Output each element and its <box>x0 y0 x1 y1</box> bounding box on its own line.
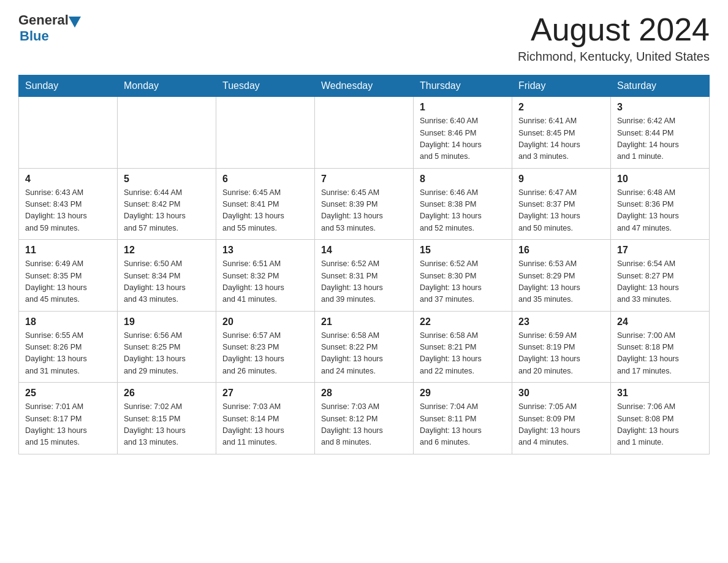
calendar-cell <box>118 97 216 169</box>
day-number: 23 <box>518 316 604 327</box>
day-number: 12 <box>124 245 210 256</box>
day-number: 3 <box>617 102 703 113</box>
day-info: Sunrise: 7:00 AMSunset: 8:18 PMDaylight:… <box>617 330 703 378</box>
calendar-week-row: 4Sunrise: 6:43 AMSunset: 8:43 PMDaylight… <box>19 168 710 240</box>
calendar-cell: 30Sunrise: 7:05 AMSunset: 8:09 PMDayligh… <box>512 383 611 454</box>
day-number: 30 <box>518 388 604 399</box>
day-info: Sunrise: 6:44 AMSunset: 8:42 PMDaylight:… <box>124 187 210 235</box>
day-info: Sunrise: 6:48 AMSunset: 8:36 PMDaylight:… <box>617 187 703 235</box>
month-title: August 2024 <box>518 12 710 47</box>
calendar-header-monday: Monday <box>118 75 216 97</box>
location-subtitle: Richmond, Kentucky, United States <box>518 50 710 64</box>
day-number: 31 <box>617 388 703 399</box>
calendar-cell: 15Sunrise: 6:52 AMSunset: 8:30 PMDayligh… <box>414 240 512 312</box>
day-info: Sunrise: 6:52 AMSunset: 8:30 PMDaylight:… <box>420 258 506 306</box>
day-info: Sunrise: 6:45 AMSunset: 8:41 PMDaylight:… <box>222 187 308 235</box>
day-info: Sunrise: 6:47 AMSunset: 8:37 PMDaylight:… <box>518 187 604 235</box>
day-info: Sunrise: 7:02 AMSunset: 8:15 PMDaylight:… <box>124 401 210 449</box>
calendar-cell: 24Sunrise: 7:00 AMSunset: 8:18 PMDayligh… <box>611 311 710 383</box>
day-number: 22 <box>420 316 506 327</box>
day-info: Sunrise: 6:53 AMSunset: 8:29 PMDaylight:… <box>518 258 604 306</box>
svg-marker-0 <box>69 17 81 28</box>
day-info: Sunrise: 6:55 AMSunset: 8:26 PMDaylight:… <box>25 330 111 378</box>
day-info: Sunrise: 7:03 AMSunset: 8:12 PMDaylight:… <box>321 401 407 449</box>
calendar-cell: 8Sunrise: 6:46 AMSunset: 8:38 PMDaylight… <box>414 168 512 240</box>
day-number: 28 <box>321 388 407 399</box>
day-info: Sunrise: 6:42 AMSunset: 8:44 PMDaylight:… <box>617 115 703 163</box>
day-info: Sunrise: 7:03 AMSunset: 8:14 PMDaylight:… <box>222 401 308 449</box>
calendar-cell: 22Sunrise: 6:58 AMSunset: 8:21 PMDayligh… <box>414 311 512 383</box>
logo: General Blue <box>18 12 81 44</box>
calendar-cell: 29Sunrise: 7:04 AMSunset: 8:11 PMDayligh… <box>414 383 512 454</box>
calendar-header-friday: Friday <box>512 75 611 97</box>
day-number: 16 <box>518 245 604 256</box>
day-number: 10 <box>617 174 703 185</box>
calendar-header-sunday: Sunday <box>19 75 118 97</box>
calendar-cell: 1Sunrise: 6:40 AMSunset: 8:46 PMDaylight… <box>414 97 512 169</box>
day-info: Sunrise: 6:56 AMSunset: 8:25 PMDaylight:… <box>124 330 210 378</box>
day-info: Sunrise: 7:01 AMSunset: 8:17 PMDaylight:… <box>25 401 111 449</box>
day-number: 18 <box>25 316 111 327</box>
day-number: 2 <box>518 102 604 113</box>
calendar-cell: 26Sunrise: 7:02 AMSunset: 8:15 PMDayligh… <box>118 383 216 454</box>
calendar-cell: 12Sunrise: 6:50 AMSunset: 8:34 PMDayligh… <box>118 240 216 312</box>
day-number: 25 <box>25 388 111 399</box>
day-info: Sunrise: 6:54 AMSunset: 8:27 PMDaylight:… <box>617 258 703 306</box>
day-number: 4 <box>25 174 111 185</box>
day-info: Sunrise: 6:58 AMSunset: 8:22 PMDaylight:… <box>321 330 407 378</box>
calendar-cell: 20Sunrise: 6:57 AMSunset: 8:23 PMDayligh… <box>216 311 315 383</box>
day-info: Sunrise: 6:45 AMSunset: 8:39 PMDaylight:… <box>321 187 407 235</box>
day-number: 14 <box>321 245 407 256</box>
logo-text-general: General <box>18 12 69 28</box>
calendar-cell: 14Sunrise: 6:52 AMSunset: 8:31 PMDayligh… <box>315 240 414 312</box>
day-info: Sunrise: 6:43 AMSunset: 8:43 PMDaylight:… <box>25 187 111 235</box>
day-number: 20 <box>222 316 308 327</box>
day-number: 24 <box>617 316 703 327</box>
calendar-cell: 19Sunrise: 6:56 AMSunset: 8:25 PMDayligh… <box>118 311 216 383</box>
day-number: 15 <box>420 245 506 256</box>
day-number: 1 <box>420 102 506 113</box>
day-info: Sunrise: 7:04 AMSunset: 8:11 PMDaylight:… <box>420 401 506 449</box>
day-number: 29 <box>420 388 506 399</box>
day-info: Sunrise: 6:46 AMSunset: 8:38 PMDaylight:… <box>420 187 506 235</box>
calendar-cell: 6Sunrise: 6:45 AMSunset: 8:41 PMDaylight… <box>216 168 315 240</box>
calendar-cell: 10Sunrise: 6:48 AMSunset: 8:36 PMDayligh… <box>611 168 710 240</box>
calendar-cell: 16Sunrise: 6:53 AMSunset: 8:29 PMDayligh… <box>512 240 611 312</box>
calendar-cell: 21Sunrise: 6:58 AMSunset: 8:22 PMDayligh… <box>315 311 414 383</box>
calendar-cell <box>19 97 118 169</box>
calendar-cell: 23Sunrise: 6:59 AMSunset: 8:19 PMDayligh… <box>512 311 611 383</box>
calendar-header-wednesday: Wednesday <box>315 75 414 97</box>
day-info: Sunrise: 7:06 AMSunset: 8:08 PMDaylight:… <box>617 401 703 449</box>
day-number: 11 <box>25 245 111 256</box>
calendar-cell: 27Sunrise: 7:03 AMSunset: 8:14 PMDayligh… <box>216 383 315 454</box>
day-info: Sunrise: 7:05 AMSunset: 8:09 PMDaylight:… <box>518 401 604 449</box>
title-area: August 2024 Richmond, Kentucky, United S… <box>518 12 710 64</box>
calendar-week-row: 18Sunrise: 6:55 AMSunset: 8:26 PMDayligh… <box>19 311 710 383</box>
calendar-cell: 11Sunrise: 6:49 AMSunset: 8:35 PMDayligh… <box>19 240 118 312</box>
day-number: 5 <box>124 174 210 185</box>
calendar-cell: 3Sunrise: 6:42 AMSunset: 8:44 PMDaylight… <box>611 97 710 169</box>
calendar-cell: 28Sunrise: 7:03 AMSunset: 8:12 PMDayligh… <box>315 383 414 454</box>
calendar-cell: 18Sunrise: 6:55 AMSunset: 8:26 PMDayligh… <box>19 311 118 383</box>
page-header: General Blue August 2024 Richmond, Kentu… <box>18 12 710 64</box>
day-number: 6 <box>222 174 308 185</box>
calendar-header-saturday: Saturday <box>611 75 710 97</box>
logo-triangle-icon <box>69 17 81 28</box>
calendar-table: SundayMondayTuesdayWednesdayThursdayFrid… <box>18 75 710 454</box>
calendar-cell: 2Sunrise: 6:41 AMSunset: 8:45 PMDaylight… <box>512 97 611 169</box>
day-number: 7 <box>321 174 407 185</box>
calendar-cell: 25Sunrise: 7:01 AMSunset: 8:17 PMDayligh… <box>19 383 118 454</box>
day-info: Sunrise: 6:51 AMSunset: 8:32 PMDaylight:… <box>222 258 308 306</box>
calendar-week-row: 25Sunrise: 7:01 AMSunset: 8:17 PMDayligh… <box>19 383 710 454</box>
calendar-header-thursday: Thursday <box>414 75 512 97</box>
calendar-week-row: 11Sunrise: 6:49 AMSunset: 8:35 PMDayligh… <box>19 240 710 312</box>
day-number: 13 <box>222 245 308 256</box>
day-number: 8 <box>420 174 506 185</box>
calendar-week-row: 1Sunrise: 6:40 AMSunset: 8:46 PMDaylight… <box>19 97 710 169</box>
day-info: Sunrise: 6:50 AMSunset: 8:34 PMDaylight:… <box>124 258 210 306</box>
day-number: 27 <box>222 388 308 399</box>
calendar-cell: 9Sunrise: 6:47 AMSunset: 8:37 PMDaylight… <box>512 168 611 240</box>
calendar-header-tuesday: Tuesday <box>216 75 315 97</box>
calendar-cell: 17Sunrise: 6:54 AMSunset: 8:27 PMDayligh… <box>611 240 710 312</box>
calendar-cell: 4Sunrise: 6:43 AMSunset: 8:43 PMDaylight… <box>19 168 118 240</box>
